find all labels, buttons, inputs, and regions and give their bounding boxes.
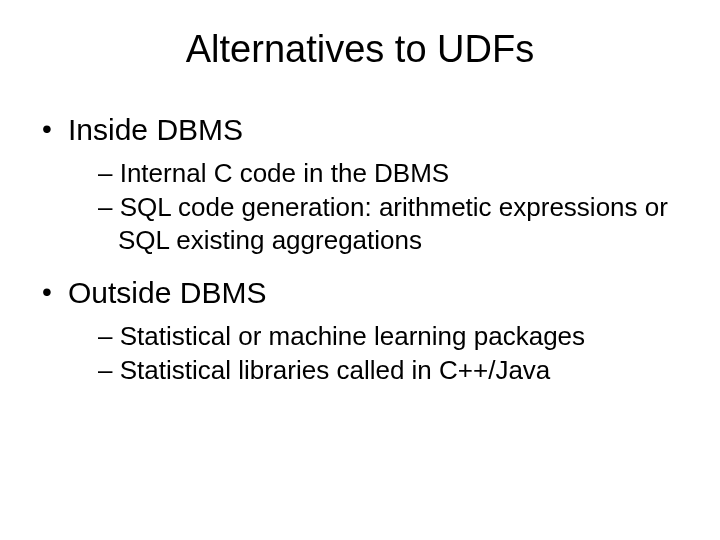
sub-bullet-item: Internal C code in the DBMS bbox=[70, 157, 680, 190]
sub-bullet-list: Internal C code in the DBMS SQL code gen… bbox=[68, 157, 680, 257]
sub-bullet-item: Statistical libraries called in C++/Java bbox=[70, 354, 680, 387]
bullet-item: Inside DBMS Internal C code in the DBMS … bbox=[40, 111, 680, 256]
slide-title: Alternatives to UDFs bbox=[40, 28, 680, 71]
slide: Alternatives to UDFs Inside DBMS Interna… bbox=[0, 0, 720, 540]
sub-bullet-item: Statistical or machine learning packages bbox=[70, 320, 680, 353]
bullet-text: Outside DBMS bbox=[68, 276, 266, 309]
sub-bullet-item: SQL code generation: arithmetic expressi… bbox=[70, 191, 680, 256]
bullet-item: Outside DBMS Statistical or machine lear… bbox=[40, 274, 680, 387]
bullet-text: Inside DBMS bbox=[68, 113, 243, 146]
bullet-list: Inside DBMS Internal C code in the DBMS … bbox=[40, 111, 680, 387]
sub-bullet-list: Statistical or machine learning packages… bbox=[68, 320, 680, 387]
